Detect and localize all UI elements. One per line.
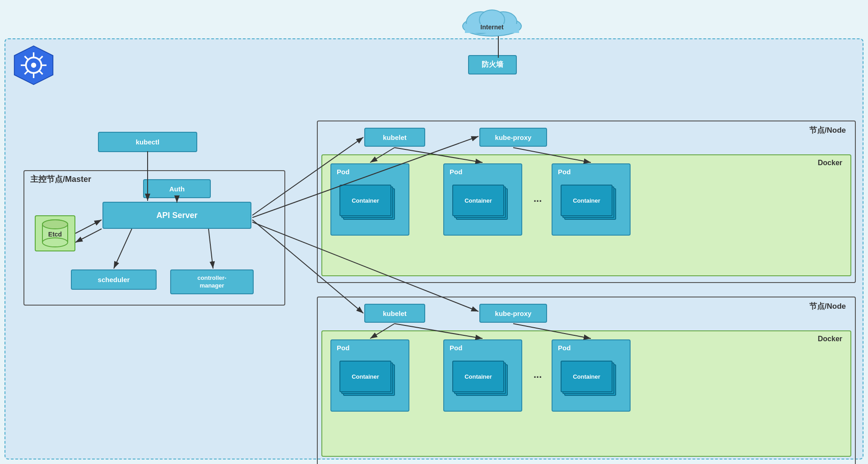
controller-manager-box: controller- manager	[170, 269, 254, 294]
api-server-box: API Server	[102, 202, 251, 229]
svg-text:Etcd: Etcd	[48, 231, 62, 238]
internet-cloud: Internet	[456, 4, 528, 39]
pod-label-2-3: Pod	[558, 344, 571, 352]
ellipsis-2: ...	[534, 369, 542, 380]
master-label: 主控节点/Master	[30, 174, 91, 185]
kubelet-box-2: kubelet	[364, 304, 425, 323]
etcd-box: Etcd	[35, 215, 75, 251]
pod-box-2-3: Pod Container	[552, 339, 631, 412]
docker-label-2: Docker	[818, 335, 842, 343]
scheduler-box: scheduler	[71, 269, 157, 290]
pod-label-1-2: Pod	[450, 168, 462, 176]
k8s-logo	[12, 44, 55, 88]
svg-text:Internet: Internet	[480, 23, 504, 31]
pod-box-1-2: Pod Container	[443, 163, 522, 236]
pod-label-1-1: Pod	[337, 168, 349, 176]
pod-box-2-2: Pod Container	[443, 339, 522, 412]
node-label-1: 节点/Node	[809, 125, 846, 135]
firewall-box: 防火墙	[468, 55, 517, 74]
kubectl-box: kubectl	[98, 132, 197, 152]
pod-box-1-3: Pod Container	[552, 163, 631, 236]
pod-label-1-3: Pod	[558, 168, 571, 176]
svg-point-21	[42, 238, 68, 247]
docker-label-1: Docker	[818, 159, 842, 167]
ellipsis-1: ...	[534, 193, 542, 204]
kube-proxy-box-2: kube-proxy	[479, 304, 547, 323]
kube-proxy-box-1: kube-proxy	[479, 128, 547, 147]
kubelet-box-1: kubelet	[364, 128, 425, 147]
pod-box-1-1: Pod Container	[330, 163, 409, 236]
svg-point-8	[31, 63, 36, 68]
node-label-2: 节点/Node	[809, 301, 846, 311]
internet-to-firewall-line	[498, 36, 499, 58]
pod-label-2-1: Pod	[337, 344, 349, 352]
pod-label-2-2: Pod	[450, 344, 462, 352]
auth-box: Auth	[143, 179, 211, 198]
main-container: 防火墙 主控节点/Master kubectl Auth API Server …	[5, 38, 863, 459]
pod-box-2-1: Pod Container	[330, 339, 409, 412]
svg-point-22	[42, 220, 68, 229]
